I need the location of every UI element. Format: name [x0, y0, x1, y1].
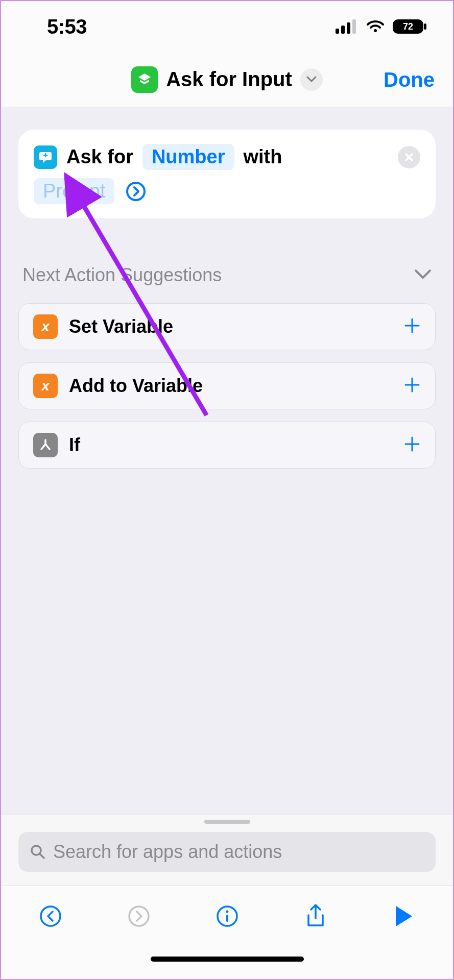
undo-icon [39, 904, 62, 928]
suggestions-collapse-button[interactable] [414, 268, 432, 282]
search-field[interactable]: Search for apps and actions [18, 832, 436, 872]
svg-rect-16 [226, 915, 228, 922]
svg-point-13 [129, 906, 149, 926]
redo-icon [127, 904, 151, 928]
search-placeholder: Search for apps and actions [53, 841, 282, 863]
play-icon [394, 905, 414, 927]
ask-for-input-icon [34, 145, 57, 169]
home-indicator-area [1, 946, 453, 979]
cellular-icon [336, 19, 358, 34]
prompt-token[interactable]: Prompt [34, 178, 114, 204]
status-right: 72 [336, 18, 427, 35]
action-card-ask-for-input[interactable]: Ask for Number with Prompt [18, 130, 436, 218]
suggestion-label: If [69, 434, 392, 456]
input-type-token[interactable]: Number [142, 144, 234, 170]
suggestions-header[interactable]: Next Action Suggestions [18, 264, 436, 286]
search-icon [30, 844, 46, 860]
header-center: Ask for Input [131, 66, 323, 93]
variable-icon: x [33, 374, 58, 398]
close-icon [404, 152, 414, 162]
plus-icon [403, 435, 421, 453]
battery-icon: 72 [393, 18, 427, 35]
add-suggestion-button[interactable] [403, 373, 421, 399]
suggestion-label: Set Variable [69, 316, 392, 337]
header: Ask for Input Done [1, 52, 453, 107]
run-button[interactable] [389, 901, 419, 932]
share-button[interactable] [300, 901, 331, 932]
info-button[interactable] [212, 901, 243, 932]
suggestions-list: x Set Variable x Add to Variable If [18, 303, 436, 469]
chevron-right-circle-icon [126, 181, 146, 202]
variable-icon: x [33, 314, 58, 339]
share-icon [304, 903, 327, 929]
info-icon [216, 904, 239, 928]
svg-rect-1 [341, 26, 345, 34]
redo-button [124, 901, 154, 932]
svg-rect-3 [352, 19, 356, 34]
home-indicator[interactable] [151, 957, 304, 962]
svg-point-15 [226, 910, 228, 913]
bottom-panel: Search for apps and actions [1, 814, 453, 885]
title-options-button[interactable] [300, 68, 323, 91]
drag-handle[interactable] [1, 815, 453, 830]
svg-rect-0 [336, 29, 339, 34]
suggestion-add-to-variable[interactable]: x Add to Variable [18, 362, 436, 409]
if-branch-icon [33, 433, 58, 457]
add-suggestion-button[interactable] [403, 432, 421, 458]
chevron-down-icon [414, 268, 432, 280]
status-bar: 5:53 72 [1, 1, 453, 52]
chevron-down-icon [306, 76, 317, 83]
editor-content: Ask for Number with Prompt Next Action S… [1, 107, 453, 814]
plus-icon [403, 376, 421, 394]
status-time: 5:53 [47, 15, 87, 38]
svg-point-12 [41, 906, 60, 926]
svg-rect-7 [45, 153, 46, 157]
suggestion-label: Add to Variable [69, 375, 392, 397]
suggestion-set-variable[interactable]: x Set Variable [18, 303, 436, 350]
action-prefix-text: Ask for [66, 146, 133, 168]
done-button[interactable]: Done [384, 68, 435, 91]
svg-rect-5 [424, 23, 426, 30]
shortcut-app-icon [131, 66, 158, 93]
svg-point-8 [127, 183, 145, 200]
svg-rect-2 [347, 22, 350, 34]
battery-text: 72 [403, 21, 413, 32]
toolbar [1, 885, 453, 946]
expand-action-button[interactable] [125, 180, 147, 203]
plus-icon [403, 317, 421, 334]
suggestion-if[interactable]: If [18, 422, 436, 469]
undo-button[interactable] [35, 901, 66, 932]
page-title: Ask for Input [166, 68, 292, 91]
action-with-text: with [244, 146, 282, 168]
remove-action-button[interactable] [398, 146, 420, 168]
drag-handle-bar [204, 820, 250, 824]
suggestions-title: Next Action Suggestions [22, 264, 222, 286]
wifi-icon [365, 19, 386, 34]
svg-line-11 [40, 854, 44, 858]
add-suggestion-button[interactable] [403, 314, 421, 339]
